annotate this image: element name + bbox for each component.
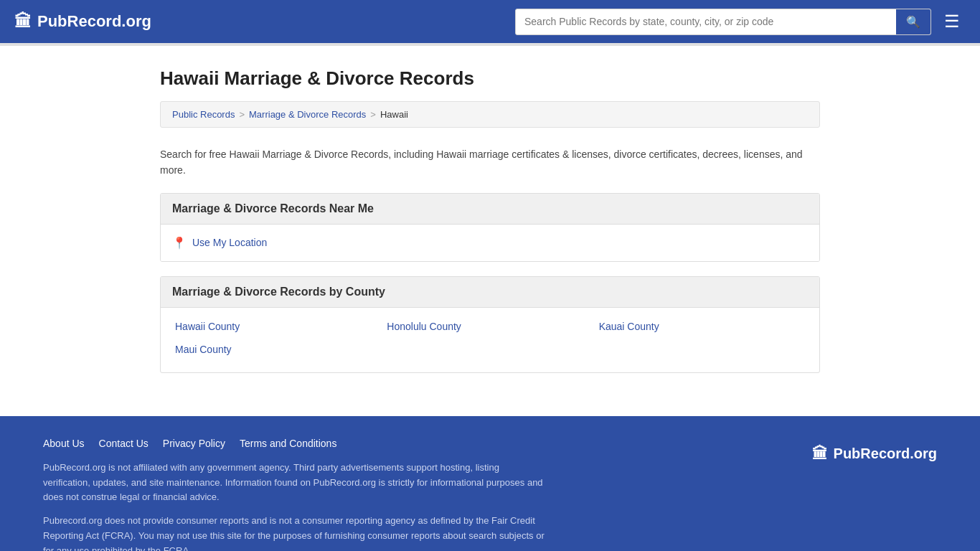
footer-logo-icon: 🏛 (812, 445, 828, 463)
page-title: Hawaii Marriage & Divorce Records (160, 67, 820, 90)
hamburger-button[interactable]: ☰ (938, 9, 966, 34)
footer-link[interactable]: Privacy Policy (163, 438, 225, 449)
footer-left: About UsContact UsPrivacy PolicyTerms an… (43, 438, 545, 551)
use-my-location[interactable]: 📍 Use My Location (172, 236, 808, 250)
logo-icon: 🏛 (14, 11, 32, 32)
search-input[interactable] (516, 10, 896, 33)
breadcrumb-separator-1: > (239, 109, 245, 120)
header-right: 🔍 ☰ (515, 9, 966, 35)
breadcrumb-current: Hawaii (380, 109, 408, 120)
breadcrumb-separator-2: > (370, 109, 376, 120)
footer-nav: About UsContact UsPrivacy PolicyTerms an… (43, 438, 545, 449)
location-icon: 📍 (172, 236, 187, 250)
county-link[interactable]: Honolulu County (384, 315, 595, 338)
site-header: 🏛 PubRecord.org 🔍 ☰ (0, 0, 980, 43)
search-button[interactable]: 🔍 (896, 9, 930, 34)
search-bar: 🔍 (515, 9, 931, 35)
footer-site-name: PubRecord.org (834, 446, 937, 462)
site-name: PubRecord.org (37, 12, 151, 31)
site-footer: About UsContact UsPrivacy PolicyTerms an… (0, 416, 980, 551)
footer-disclaimer-1: PubRecord.org is not affiliated with any… (43, 461, 545, 505)
footer-link[interactable]: Contact Us (99, 438, 149, 449)
footer-logo[interactable]: 🏛 PubRecord.org (812, 445, 937, 463)
near-me-section: Marriage & Divorce Records Near Me 📍 Use… (160, 193, 820, 262)
page-description: Search for free Hawaii Marriage & Divorc… (160, 139, 820, 193)
county-grid: Hawaii CountyHonolulu CountyKauai County… (161, 308, 819, 372)
breadcrumb-link-marriage-divorce[interactable]: Marriage & Divorce Records (249, 109, 366, 120)
footer-disclaimer-2: Pubrecord.org does not provide consumer … (43, 514, 545, 551)
county-link[interactable]: Hawaii County (172, 315, 384, 338)
breadcrumb: Public Records > Marriage & Divorce Reco… (160, 101, 820, 128)
footer-link[interactable]: About Us (43, 438, 85, 449)
near-me-heading: Marriage & Divorce Records Near Me (161, 194, 819, 225)
footer-link[interactable]: Terms and Conditions (240, 438, 336, 449)
footer-right: 🏛 PubRecord.org (812, 438, 937, 463)
site-logo[interactable]: 🏛 PubRecord.org (14, 11, 151, 32)
breadcrumb-link-public-records[interactable]: Public Records (172, 109, 235, 120)
county-link[interactable]: Maui County (172, 338, 384, 361)
use-my-location-label: Use My Location (192, 237, 267, 248)
near-me-body: 📍 Use My Location (161, 225, 819, 261)
county-section: Marriage & Divorce Records by County Haw… (160, 276, 820, 373)
county-heading: Marriage & Divorce Records by County (161, 277, 819, 308)
main-content: Hawaii Marriage & Divorce Records Public… (146, 46, 834, 416)
county-link[interactable]: Kauai County (596, 315, 808, 338)
